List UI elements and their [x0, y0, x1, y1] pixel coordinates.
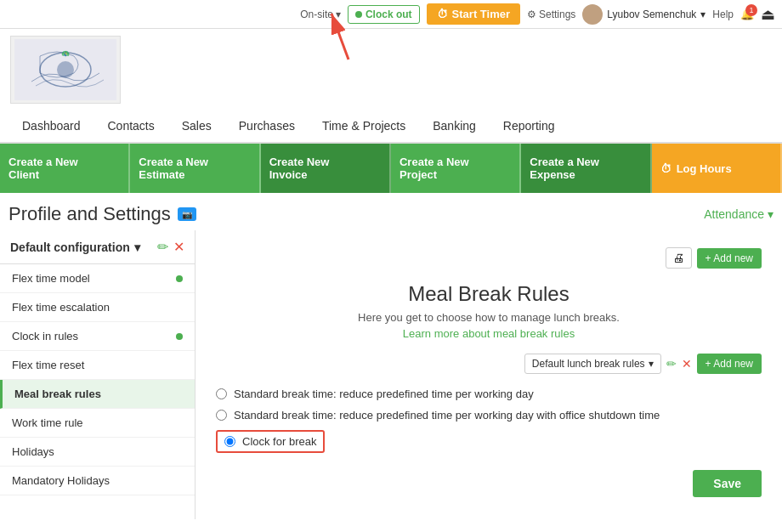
content-title: Meal Break Rules	[216, 282, 762, 306]
notification-badge: 1	[745, 4, 757, 16]
main-content-area: 🖨 + Add new Meal Break Rules Here you ge…	[196, 230, 782, 519]
company-logo: 🦚	[10, 36, 121, 104]
top-bar: On-site ▾ Clock out ⏱ Start Timer ⚙ Sett…	[0, 0, 782, 29]
attendance-dropdown[interactable]: Attendance ▾	[704, 207, 774, 221]
user-avatar	[582, 4, 603, 25]
learn-more-link[interactable]: Learn more about meal break rules	[216, 327, 762, 340]
camera-icon[interactable]: 📷	[178, 207, 196, 221]
option-standard-break[interactable]: Standard break time: reduce predefined t…	[216, 388, 762, 400]
svg-point-4	[57, 61, 74, 78]
create-expense-button[interactable]: Create a NewExpense	[521, 144, 651, 193]
rules-dropdown[interactable]: Default lunch break rules ▾	[524, 354, 661, 374]
sidebar-item-mandatory-holidays[interactable]: Mandatory Holidays	[0, 467, 195, 495]
edit-icon[interactable]: ✏	[666, 357, 677, 371]
content-header: 🖨 + Add new	[216, 247, 762, 269]
rules-dropdown-row: Default lunch break rules ▾ ✏ ✕ + Add ne…	[216, 354, 762, 374]
status-dot	[176, 333, 183, 340]
page-title: Profile and Settings 📷	[8, 203, 196, 225]
chevron-down-icon: ▾	[700, 8, 706, 20]
add-new-rule-button[interactable]: + Add new	[697, 354, 762, 374]
notification-icon[interactable]: 🔔 1	[740, 8, 754, 20]
option-clock-for-break-radio[interactable]	[224, 436, 235, 447]
sidebar-actions: ✏ ✕	[157, 239, 184, 255]
status-dot	[176, 275, 183, 282]
nav-sales[interactable]: Sales	[168, 110, 225, 144]
on-site-button[interactable]: On-site ▾	[300, 8, 341, 20]
option-standard-break-radio[interactable]	[216, 388, 227, 399]
sidebar-item-flex-time-reset[interactable]: Flex time reset	[0, 351, 195, 380]
svg-text:🦚: 🦚	[61, 49, 70, 58]
nav-purchases[interactable]: Purchases	[225, 110, 309, 144]
delete-icon[interactable]: ✕	[173, 239, 184, 255]
chevron-down-icon: ▾	[134, 241, 140, 254]
save-row: Save	[216, 470, 762, 497]
user-menu[interactable]: Lyubov Semenchuk ▾	[582, 4, 706, 25]
nav-banking[interactable]: Banking	[419, 110, 490, 144]
nav-dashboard[interactable]: Dashboard	[8, 110, 94, 144]
print-button[interactable]: 🖨	[666, 247, 692, 269]
content-subtitle: Here you get to choose how to manage lun…	[216, 311, 762, 324]
add-new-button[interactable]: + Add new	[697, 248, 762, 269]
timer-icon: ⏱	[437, 8, 448, 20]
chevron-down-icon: ▾	[649, 358, 654, 370]
option-standard-break-shutdown[interactable]: Standard break time: reduce predefined t…	[216, 409, 762, 422]
chevron-down-icon: ▾	[336, 8, 341, 20]
create-estimate-button[interactable]: Create a NewEstimate	[130, 144, 260, 193]
option-clock-for-break[interactable]: Clock for break	[216, 430, 762, 453]
gear-icon: ⚙	[527, 8, 536, 20]
break-options: Standard break time: reduce predefined t…	[216, 388, 762, 453]
logout-icon[interactable]: ⏏	[761, 5, 775, 24]
sidebar-header: Default configuration ▾ ✏ ✕	[0, 230, 195, 264]
sidebar-item-flex-time-escalation[interactable]: Flex time escalation	[0, 293, 195, 322]
start-timer-button[interactable]: ⏱ Start Timer	[427, 3, 520, 25]
create-client-button[interactable]: Create a NewClient	[0, 144, 130, 193]
log-hours-button[interactable]: ⏱ Log Hours	[652, 144, 782, 193]
create-project-button[interactable]: Create a NewProject	[391, 144, 521, 193]
main-layout: Default configuration ▾ ✏ ✕ Flex time mo…	[0, 230, 782, 519]
clock-for-break-highlight: Clock for break	[216, 430, 325, 453]
edit-icon[interactable]: ✏	[157, 239, 168, 255]
option-standard-break-shutdown-radio[interactable]	[216, 410, 227, 421]
save-button[interactable]: Save	[693, 470, 762, 497]
clock-out-button[interactable]: Clock out	[348, 5, 420, 24]
sidebar-item-holidays[interactable]: Holidays	[0, 438, 195, 467]
sidebar-item-meal-break-rules[interactable]: Meal break rules	[0, 380, 195, 409]
nav-time-projects[interactable]: Time & Projects	[309, 110, 419, 144]
nav-contacts[interactable]: Contacts	[94, 110, 168, 144]
header-logo-area: 🦚	[0, 29, 782, 110]
sidebar-item-flex-time-model[interactable]: Flex time model	[0, 264, 195, 293]
sidebar-item-clock-in-rules[interactable]: Clock in rules	[0, 322, 195, 351]
chevron-down-icon: ▾	[768, 207, 774, 221]
help-link[interactable]: Help	[712, 8, 734, 20]
status-dot	[355, 11, 362, 18]
settings-link[interactable]: ⚙ Settings	[527, 8, 575, 20]
quick-actions-bar: Create a NewClient Create a NewEstimate …	[0, 144, 782, 193]
sidebar: Default configuration ▾ ✏ ✕ Flex time mo…	[0, 230, 196, 519]
clock-icon: ⏱	[660, 162, 672, 175]
page-section: Profile and Settings 📷 Attendance ▾	[0, 193, 782, 230]
create-invoice-button[interactable]: Create NewInvoice	[261, 144, 391, 193]
config-dropdown[interactable]: Default configuration ▾	[10, 241, 140, 254]
sidebar-item-work-time-rule[interactable]: Work time rule	[0, 409, 195, 438]
main-nav: Dashboard Contacts Sales Purchases Time …	[0, 110, 782, 144]
nav-reporting[interactable]: Reporting	[490, 110, 569, 144]
delete-icon[interactable]: ✕	[682, 357, 692, 371]
